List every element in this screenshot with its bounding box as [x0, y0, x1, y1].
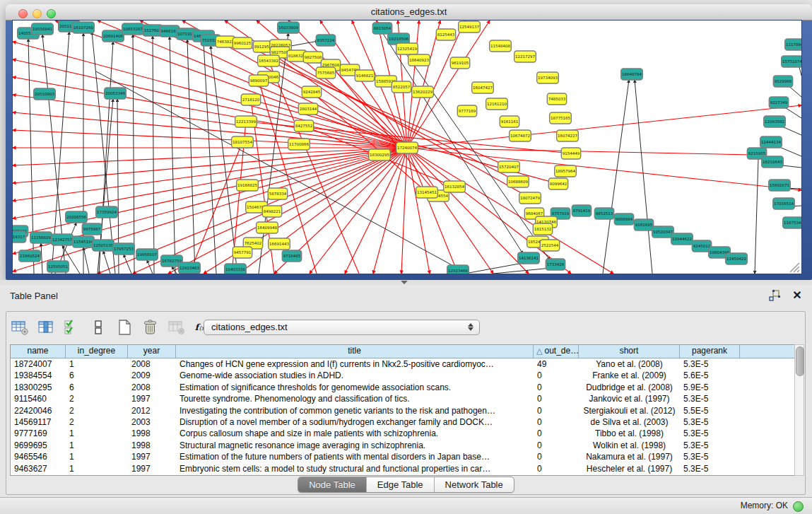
- close-panel-icon[interactable]: ✕: [791, 289, 804, 302]
- graph-node[interactable]: 16132854: [444, 181, 466, 192]
- graph-edge[interactable]: [41, 243, 42, 274]
- graph-node[interactable]: 16107260: [73, 22, 95, 33]
- table-mode-icon[interactable]: [11, 319, 29, 336]
- graph-edge[interactable]: [407, 148, 430, 274]
- graph-node[interactable]: 10403338: [225, 264, 247, 274]
- graph-edge[interactable]: [755, 159, 758, 274]
- graph-node[interactable]: 18775165: [550, 112, 572, 124]
- graph-edge[interactable]: [153, 36, 154, 274]
- graph-node[interactable]: 2522544: [540, 240, 559, 251]
- graph-node[interactable]: 16074227: [557, 130, 579, 141]
- table-row[interactable]: 1456911722003Disruption of a novel membe…: [11, 416, 799, 428]
- graph-node[interactable]: 9777169: [457, 105, 476, 117]
- graph-node[interactable]: 9146821: [355, 70, 374, 81]
- row-height-icon[interactable]: [89, 319, 107, 336]
- graph-node[interactable]: 18107554: [232, 136, 254, 148]
- graph-node[interactable]: 9827508: [303, 52, 322, 63]
- graph-node[interactable]: 12595051: [47, 261, 69, 272]
- graph-node[interactable]: 14136141: [518, 252, 540, 264]
- graph-node[interactable]: 16648784: [621, 69, 643, 80]
- graph-node[interactable]: 8791419: [572, 205, 591, 216]
- graph-node[interactable]: 12549137: [459, 21, 481, 33]
- graph-node[interactable]: 7575685: [316, 67, 335, 78]
- graph-node[interactable]: 12444134: [760, 136, 782, 148]
- graph-node[interactable]: 12161210: [486, 98, 508, 110]
- table-row[interactable]: 977716911998Corpus callosum shape and si…: [11, 428, 799, 439]
- graph-node[interactable]: 10520347: [652, 226, 674, 238]
- graph-node[interactable]: 9242845: [302, 86, 321, 98]
- graph-node[interactable]: 11156829: [30, 232, 52, 243]
- graph-node[interactable]: 20206556: [66, 211, 88, 223]
- graph-node[interactable]: 12093582: [764, 116, 786, 127]
- graph-edge[interactable]: [124, 255, 131, 274]
- network-window-titlebar[interactable]: citations_edges.txt: [6, 4, 812, 21]
- graph-node[interactable]: 11545194: [73, 236, 95, 247]
- graph-node[interactable]: 17957253: [113, 243, 135, 255]
- graph-node[interactable]: 20053346: [105, 88, 126, 99]
- graph-node[interactable]: 10653287: [122, 23, 144, 35]
- graph-node[interactable]: 8125443: [436, 29, 455, 40]
- graph-edge[interactable]: [83, 247, 89, 274]
- graph-node[interactable]: 9161695: [634, 219, 653, 230]
- table-row[interactable]: 946362711997Embryonic stem cells: a mode…: [11, 463, 799, 474]
- graph-node[interactable]: 20691406: [102, 30, 124, 42]
- graph-node[interactable]: 9529966: [773, 76, 792, 87]
- graph-node[interactable]: 9852513: [594, 208, 613, 219]
- graph-node[interactable]: 8427552: [294, 120, 313, 132]
- graph-node[interactable]: 15751074: [782, 56, 801, 67]
- graph-edge[interactable]: [493, 268, 551, 274]
- graph-node[interactable]: 12342757: [52, 234, 73, 245]
- graph-node[interactable]: 9888984: [614, 214, 633, 225]
- graph-edge[interactable]: [603, 80, 629, 274]
- graph-edge[interactable]: [187, 40, 195, 274]
- graph-node[interactable]: 15720407: [498, 161, 520, 173]
- graph-node[interactable]: 16409948: [257, 222, 278, 233]
- graph-node[interactable]: 11178946: [785, 39, 801, 50]
- graph-node[interactable]: 9154449: [561, 148, 580, 159]
- graph-edge[interactable]: [13, 148, 407, 271]
- graph-node[interactable]: 12505135: [93, 240, 114, 251]
- graph-node[interactable]: 9161161: [500, 116, 519, 127]
- graph-node[interactable]: 9619105: [450, 57, 469, 69]
- graph-node[interactable]: 1733426: [546, 259, 565, 270]
- graph-node[interactable]: 17016514: [773, 198, 795, 209]
- column-header-name[interactable]: name: [11, 345, 66, 358]
- graph-node[interactable]: 16033809: [278, 22, 300, 33]
- graph-node[interactable]: 21660524: [19, 250, 41, 262]
- graph-edge[interactable]: [465, 262, 526, 274]
- graph-edge[interactable]: [13, 112, 407, 148]
- graph-node[interactable]: 8522057: [392, 81, 411, 93]
- graph-node[interactable]: 3919317: [13, 231, 26, 243]
- graph-node[interactable]: 9975887: [82, 223, 101, 235]
- graph-node[interactable]: 1527602: [143, 25, 162, 36]
- graph-edge[interactable]: [635, 80, 652, 274]
- tab-network-table[interactable]: Network Table: [435, 477, 514, 492]
- graph-node[interactable]: 9890097: [249, 75, 268, 86]
- graph-edge[interactable]: [407, 21, 465, 148]
- graph-node[interactable]: 12450422: [726, 253, 748, 264]
- table-row[interactable]: 2242004622012Investigating the contribut…: [11, 405, 799, 416]
- create-column-icon[interactable]: [115, 319, 134, 336]
- graph-node[interactable]: 2803144: [298, 103, 317, 115]
- column-header-in_degree[interactable]: in_degree: [66, 345, 128, 358]
- network-canvas[interactable]: 1405572419556841205112311610726020691406…: [13, 21, 801, 274]
- graph-edge[interactable]: [133, 35, 134, 274]
- graph-node[interactable]: 11700866: [288, 139, 310, 150]
- graph-node[interactable]: 17240074: [396, 142, 418, 153]
- graph-node[interactable]: 19166825: [237, 180, 259, 191]
- table-row[interactable]: 1938455462009Genome-wide association stu…: [11, 370, 799, 381]
- graph-node[interactable]: 5878334: [268, 188, 287, 199]
- graph-node[interactable]: 9227349: [769, 97, 788, 108]
- column-header-year[interactable]: year: [128, 345, 176, 358]
- table-row[interactable]: 969969511998Structural magnetic resonanc…: [11, 440, 799, 451]
- graph-node[interactable]: 16047427: [472, 82, 494, 93]
- graph-node[interactable]: 8813054: [372, 23, 392, 34]
- graph-node[interactable]: 12217297: [514, 51, 536, 62]
- graph-node[interactable]: 20510903: [34, 88, 56, 100]
- graph-node[interactable]: 16691443: [269, 238, 290, 250]
- select-all-icon[interactable]: [63, 319, 81, 336]
- table-row[interactable]: 911546021997Tourette syndrome. Phenomeno…: [11, 393, 799, 404]
- tab-node-table[interactable]: Node Table: [298, 477, 367, 492]
- graph-node[interactable]: 18640923: [408, 54, 430, 66]
- delete-column-icon[interactable]: [141, 319, 160, 336]
